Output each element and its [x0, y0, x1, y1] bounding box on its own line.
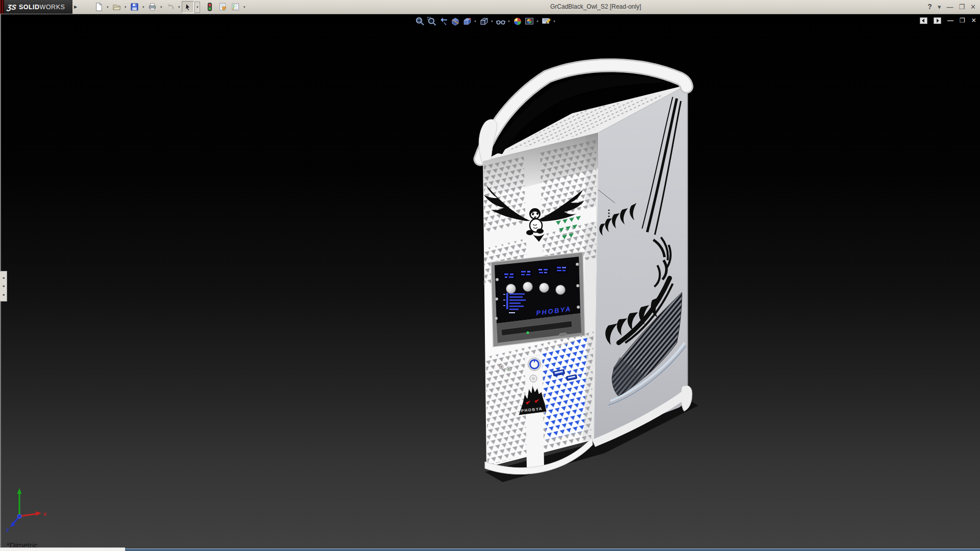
window-title: GrCadBlack_Owl_S2 [Read-only]: [550, 3, 641, 10]
new-document-button[interactable]: [92, 1, 105, 13]
power-button[interactable]: [528, 358, 541, 371]
view-settings-dropdown[interactable]: ▾: [552, 19, 556, 23]
zoom-to-area-icon: [427, 16, 437, 27]
open-button[interactable]: [110, 1, 122, 13]
hide-show-items-dropdown[interactable]: ▾: [507, 19, 511, 23]
open-icon: [112, 2, 121, 12]
view-orientation-button[interactable]: [461, 16, 472, 27]
rebuild-traffic-light-icon: [205, 2, 214, 12]
viewport-canvas[interactable]: PHOBYA: [0, 0, 980, 551]
save-dropdown[interactable]: ▾: [141, 5, 145, 9]
options-dropdown[interactable]: ▾: [242, 5, 247, 9]
undo-icon: [165, 2, 175, 12]
hide-show-items-button[interactable]: [495, 16, 506, 27]
lcd-control-panel[interactable]: PHOBYA: [491, 252, 585, 347]
pane-toggle-right-icon[interactable]: [934, 17, 941, 24]
edit-appearance-button[interactable]: [512, 16, 523, 27]
bottom-edge-strip: [0, 547, 980, 551]
previous-view-icon: [438, 16, 449, 27]
featuremanager-collapsed-tab[interactable]: ◂ ◂ ◂: [0, 271, 7, 302]
document-window-controls: — ❐ ✕: [920, 17, 976, 24]
front-lower-mesh-blue: [542, 337, 587, 440]
help-button[interactable]: ?: [927, 0, 932, 14]
standard-toolbar: ▾ ▾ ▾ ▾: [92, 1, 247, 13]
doc-minimize-button[interactable]: —: [947, 17, 953, 24]
rebuild-button[interactable]: [204, 1, 216, 13]
dassault-logo-icon: ƷS: [7, 3, 17, 11]
new-document-icon: [94, 2, 104, 12]
print-button[interactable]: [146, 1, 158, 13]
view-settings-button[interactable]: [541, 16, 551, 27]
toolbar-overflow-arrow[interactable]: ▶: [74, 5, 77, 9]
undo-dropdown[interactable]: ▾: [177, 5, 181, 9]
file-properties-button[interactable]: [216, 1, 229, 13]
collapse-arrow-icon: ◂: [2, 293, 4, 297]
title-bar: ƷS SOLIDWORKS ▶ ▾ ▾ ▾: [0, 0, 980, 14]
print-icon: [148, 2, 157, 12]
print-dropdown[interactable]: ▾: [159, 5, 163, 9]
file-properties-icon: [218, 2, 228, 12]
pane-toggle-left-icon[interactable]: [920, 17, 927, 24]
doc-restore-button[interactable]: ❐: [960, 17, 965, 24]
eyeglasses-icon: [496, 16, 506, 27]
select-cursor-icon: [183, 3, 192, 12]
front-panel[interactable]: PHOBYA: [483, 133, 598, 474]
collapse-arrow-icon: ◂: [2, 276, 4, 280]
apply-scene-dropdown[interactable]: ▾: [535, 19, 540, 23]
x-axis-label: x: [43, 511, 47, 517]
solidworks-logo: ƷS SOLIDWORKS: [4, 0, 72, 14]
doc-close-button[interactable]: ✕: [971, 17, 976, 24]
app-minimize-button[interactable]: —: [946, 0, 953, 14]
display-style-icon: [479, 16, 489, 27]
brand-red-stripe: [0, 0, 4, 14]
pc-case-model[interactable]: PHOBYA: [479, 65, 698, 482]
help-dropdown[interactable]: ▾: [938, 0, 941, 14]
apply-scene-button[interactable]: [524, 16, 534, 27]
bottom-strip-left: [0, 547, 125, 551]
collapse-arrow-icon: ◂: [2, 284, 4, 288]
display-style-dropdown[interactable]: ▾: [490, 19, 494, 23]
select-tool-button[interactable]: [182, 1, 194, 13]
appearance-sphere-icon: [512, 16, 523, 27]
reset-button[interactable]: [530, 375, 537, 382]
options-button[interactable]: [229, 1, 241, 13]
undo-button[interactable]: [164, 1, 176, 13]
z-axis-label: z: [6, 527, 9, 533]
save-icon: [130, 2, 139, 12]
x-axis-arrow: [36, 511, 41, 516]
zoom-to-area-button[interactable]: [426, 16, 437, 27]
eject-button[interactable]: [559, 333, 567, 337]
zoom-to-fit-button[interactable]: [414, 16, 425, 27]
select-dropdown[interactable]: ▾: [194, 2, 200, 13]
brand-name: SOLIDWORKS: [19, 4, 65, 11]
section-view-button[interactable]: [450, 16, 460, 27]
orientation-triad: x z: [6, 488, 47, 533]
new-dropdown[interactable]: ▾: [105, 5, 110, 9]
side-panel[interactable]: [592, 85, 692, 447]
display-style-button[interactable]: [478, 16, 489, 27]
section-view-icon: [450, 16, 460, 27]
heads-up-view-toolbar: ▾ ▾ ▾: [414, 16, 556, 27]
options-icon: [231, 2, 240, 12]
save-button[interactable]: [128, 1, 140, 13]
view-orientation-icon: [462, 16, 472, 27]
view-orientation-dropdown[interactable]: ▾: [473, 19, 477, 23]
zoom-to-fit-icon: [415, 16, 425, 27]
drive-led: [526, 331, 529, 334]
view-settings-icon: [541, 16, 551, 27]
previous-view-button[interactable]: [438, 16, 449, 27]
app-close-button[interactable]: ✕: [970, 0, 976, 14]
titlebar-window-buttons: ? ▾ — ❐ ✕: [927, 0, 976, 14]
y-axis-arrow: [17, 488, 22, 494]
taskbar-edge: [125, 548, 980, 551]
open-dropdown[interactable]: ▾: [123, 5, 128, 9]
apply-scene-icon: [524, 16, 534, 27]
app-restore-button[interactable]: ❐: [959, 0, 965, 14]
